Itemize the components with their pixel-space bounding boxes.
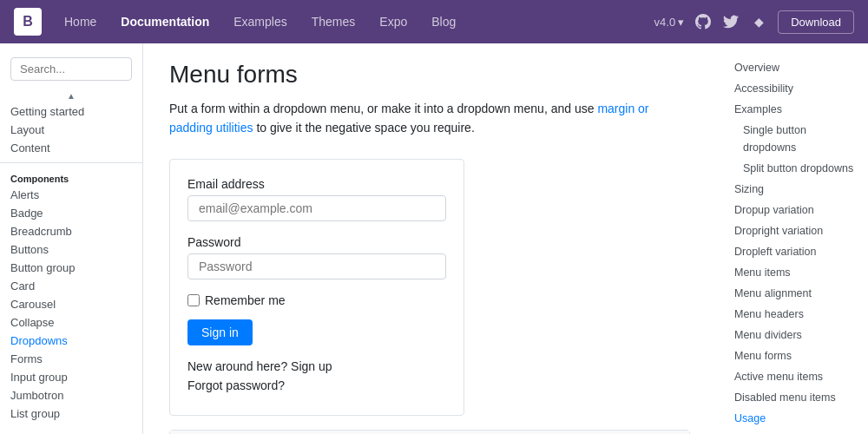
nav-themes[interactable]: Themes [303,8,365,36]
download-button[interactable]: Download [778,10,854,34]
remember-checkbox[interactable] [187,294,200,306]
navbar-right: v4.0 ▾ ◆ Download [654,10,854,34]
navbar-brand[interactable]: B [14,8,42,36]
toc-accessibility[interactable]: Accessibility [729,78,859,99]
toc-sizing[interactable]: Sizing [729,179,859,200]
twitter-icon[interactable] [722,13,740,30]
sidebar-item-forms[interactable]: Forms [0,350,142,368]
sidebar-divider-1 [0,162,142,163]
toc-sidebar: Overview Accessibility Examples Single b… [720,43,868,434]
github-icon[interactable] [694,13,712,30]
toc-menu-forms[interactable]: Menu forms [729,345,859,366]
toc-via-data[interactable]: Via data attributes [729,429,859,434]
toc-dropleft[interactable]: Dropleft variation [729,241,859,262]
left-sidebar: ▲ Getting started Layout Content Compone… [0,43,143,434]
email-input[interactable] [187,195,446,221]
signin-button[interactable]: Sign in [187,319,253,345]
toc-examples[interactable]: Examples [729,99,859,120]
toc-dropright[interactable]: Dropright variation [729,220,859,241]
toc-active-items[interactable]: Active menu items [729,366,859,387]
scroll-up-indicator: ▲ [0,89,142,102]
main-content: Menu forms Put a form within a dropdown … [143,43,720,434]
sidebar-item-alerts[interactable]: Alerts [0,186,142,204]
password-group: Password [187,235,446,279]
toc-single-button[interactable]: Single button dropdowns [729,120,859,158]
toc-usage[interactable]: Usage [729,408,859,429]
sidebar-item-button-group[interactable]: Button group [0,259,142,277]
remember-label: Remember me [205,293,286,307]
sidebar-item-input-group[interactable]: Input group [0,368,142,386]
password-label: Password [187,235,446,249]
search-input[interactable] [10,57,132,81]
email-group: Email address [187,177,446,221]
code-toolbar: Copy [170,431,689,434]
remember-check: Remember me [187,293,446,307]
nav-blog[interactable]: Blog [423,8,464,36]
email-label: Email address [187,177,446,191]
toc-menu-headers[interactable]: Menu headers [729,304,859,325]
toc-overview[interactable]: Overview [729,57,859,78]
toc-menu-dividers[interactable]: Menu dividers [729,325,859,345]
sidebar-item-badge[interactable]: Badge [0,204,142,222]
page-description: Put a form within a dropdown menu, or ma… [169,99,694,138]
sidebar-section-components: Components [0,168,142,186]
sidebar-item-carousel[interactable]: Carousel [0,295,142,313]
version-selector[interactable]: v4.0 ▾ [654,16,685,29]
sidebar-item-list-group[interactable]: List group [0,404,142,423]
toc-menu-alignment[interactable]: Menu alignment [729,283,859,304]
slack-icon[interactable]: ◆ [750,13,767,30]
navbar: B Home Documentation Examples Themes Exp… [0,0,868,43]
nav-home[interactable]: Home [56,8,105,36]
sidebar-item-breadcrumb[interactable]: Breadcrumb [0,222,142,240]
toc-menu-items[interactable]: Menu items [729,262,859,283]
sidebar-item-dropdowns[interactable]: Dropdowns [0,332,142,350]
page-layout: ▲ Getting started Layout Content Compone… [0,43,868,434]
code-preview: Copy <div class="dropdown-menu"> [169,430,690,434]
demo-card: Email address Password Remember me Sign … [169,159,464,416]
sidebar-item-collapse[interactable]: Collapse [0,313,142,332]
forgot-text: Forgot password? [187,378,446,392]
sidebar-item-jumbotron[interactable]: Jumbotron [0,386,142,404]
password-input[interactable] [187,253,446,279]
extra-links: New around here? Sign up Forgot password… [187,359,446,392]
toc-disabled-items[interactable]: Disabled menu items [729,387,859,408]
sidebar-item-card[interactable]: Card [0,277,142,295]
chevron-down-icon: ▾ [678,16,684,29]
signup-text: New around here? Sign up [187,359,446,373]
sidebar-item-buttons[interactable]: Buttons [0,240,142,259]
toc-dropup[interactable]: Dropup variation [729,200,859,220]
sidebar-item-content[interactable]: Content [0,139,142,157]
page-title: Menu forms [169,61,694,89]
toc-split-button[interactable]: Split button dropdowns [729,158,859,179]
nav-examples[interactable]: Examples [225,8,295,36]
nav-expo[interactable]: Expo [371,8,416,36]
sidebar-item-getting-started[interactable]: Getting started [0,102,142,121]
search-container [0,52,142,89]
sidebar-item-layout[interactable]: Layout [0,121,142,139]
nav-documentation[interactable]: Documentation [112,8,218,36]
